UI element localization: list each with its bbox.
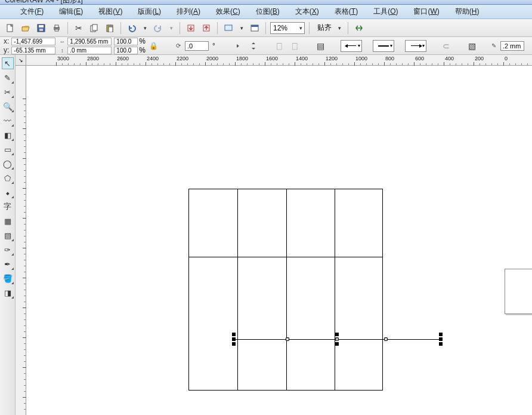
outline-width-input[interactable]: .2 mm	[500, 41, 524, 51]
drawing-canvas[interactable]: ○ × ○	[26, 66, 532, 415]
pick-tool[interactable]: ↖	[2, 57, 14, 69]
lock-ratio-button[interactable]: 🔒	[148, 41, 159, 51]
auto-close-button[interactable]: ⊂	[440, 39, 453, 53]
basicshapes-tool[interactable]: ⬥	[2, 186, 14, 198]
outline-tool[interactable]: ✒	[2, 258, 14, 270]
menu-b[interactable]: 位图(B)	[253, 5, 282, 18]
export-button[interactable]	[200, 21, 213, 35]
menu-l[interactable]: 版面(L)	[135, 5, 163, 18]
interactivefill-tool[interactable]: ◨	[2, 287, 14, 299]
y-position-input[interactable]: -65.135 mm	[11, 47, 55, 54]
selection-handle[interactable]	[439, 333, 443, 336]
copy-button[interactable]	[88, 21, 101, 35]
text-tool[interactable]: 字	[2, 201, 14, 213]
behind-fill-button[interactable]: ▧	[466, 39, 479, 53]
zoom-combo[interactable]: 12%	[270, 22, 305, 34]
x-position-input[interactable]: -1,457.699 mm	[11, 38, 55, 45]
paste-button[interactable]	[103, 21, 116, 35]
menu-w[interactable]: 窗口(W)	[411, 5, 441, 18]
ruler-tick: 200	[16, 278, 26, 278]
ruler-tick: 600	[16, 397, 26, 398]
import-button[interactable]	[184, 21, 197, 35]
wrap-text-button[interactable]: ▤	[314, 39, 327, 53]
menu-e[interactable]: 编辑(E)	[57, 5, 85, 18]
ruler-tick: 200	[16, 337, 26, 338]
menubar: 文件(F)编辑(E)视图(V)版面(L)排列(A)效果(C)位图(B)文本(X)…	[0, 5, 532, 19]
menu-v[interactable]: 视图(V)	[96, 5, 125, 18]
selection-midpoint[interactable]: ○	[384, 337, 388, 341]
undo-button[interactable]	[125, 21, 138, 35]
eyedropper-tool[interactable]: ✑	[2, 244, 14, 256]
table-tool[interactable]: ▦	[2, 215, 14, 227]
selection-handle[interactable]	[335, 342, 339, 346]
toolbox: ↖✎✂🔍〰◧▭◯⬠⬥字▦▧✑✒🪣◨	[0, 55, 16, 415]
menu-a[interactable]: 排列(A)	[174, 5, 203, 18]
selection-handle[interactable]	[232, 337, 236, 341]
snap-dropdown[interactable]: ▾	[335, 21, 344, 35]
cut-button[interactable]: ✂	[72, 21, 85, 35]
rotate-icon: ⟳	[174, 42, 183, 50]
grid-line	[335, 189, 335, 390]
crop-tool[interactable]: ✂	[2, 86, 14, 98]
menu-t[interactable]: 表格(T)	[332, 5, 360, 18]
height-input[interactable]: .0 mm	[67, 47, 112, 54]
end-arrow-dropdown[interactable]	[405, 40, 426, 52]
zoom-tool[interactable]: 🔍	[2, 100, 14, 112]
svg-rect-5	[55, 25, 58, 27]
ruler-origin[interactable]: ↘	[16, 55, 26, 66]
selection-handle[interactable]	[335, 333, 339, 336]
menu-h[interactable]: 帮助(H)	[453, 5, 482, 18]
ungroup-all-button[interactable]: ⎕	[288, 39, 301, 53]
app-launcher-dropdown[interactable]: ▾	[237, 21, 246, 35]
selection-midpoint[interactable]: ○	[286, 337, 289, 341]
ungroup-button[interactable]: ⎕	[273, 39, 286, 53]
menu-f[interactable]: 文件(F)	[18, 5, 46, 18]
selection-handle[interactable]	[439, 342, 443, 346]
selection-center[interactable]: ×	[335, 337, 339, 341]
freehand-tool[interactable]: 〰	[2, 115, 14, 127]
scale-x-input[interactable]: 100.0	[114, 38, 138, 45]
ruler-tick: 800	[16, 188, 26, 189]
width-input[interactable]: 1,290.565 mm	[67, 38, 112, 45]
options-button[interactable]	[352, 21, 366, 35]
smartfill-tool[interactable]: ◧	[2, 129, 14, 141]
scale-y-input[interactable]: 100.0	[114, 47, 138, 54]
ruler-tick: 2200	[175, 55, 176, 66]
ruler-tick: 1200	[324, 55, 325, 66]
start-arrow-dropdown[interactable]	[341, 40, 362, 52]
mirror-v-button[interactable]	[246, 39, 259, 53]
app-launcher-button[interactable]	[222, 21, 235, 35]
window-title: CorelDRAW X4 - [图形1]	[5, 0, 83, 4]
svg-rect-2	[39, 25, 44, 27]
save-button[interactable]	[35, 21, 48, 35]
canvas-area[interactable]: ↘ 30002800260024002200200018001600140012…	[16, 55, 532, 415]
ruler-horizontal[interactable]: 3000280026002400220020001800160014001200…	[26, 55, 532, 66]
menu-x[interactable]: 文本(X)	[293, 5, 321, 18]
table-object[interactable]	[188, 189, 383, 391]
mirror-h-button[interactable]	[231, 39, 244, 53]
shape-tool[interactable]: ✎	[2, 72, 14, 84]
selection-handle[interactable]	[232, 342, 236, 346]
redo-button[interactable]	[151, 21, 165, 35]
welcome-screen-button[interactable]	[248, 21, 261, 35]
fill-tool[interactable]: 🪣	[2, 272, 14, 284]
redo-history-dropdown[interactable]: ▾	[167, 21, 175, 35]
open-button[interactable]	[19, 21, 32, 35]
rotation-input[interactable]: .0	[185, 41, 209, 51]
svg-rect-10	[108, 24, 112, 26]
selection-handle[interactable]	[232, 333, 236, 336]
undo-history-dropdown[interactable]: ▾	[141, 21, 149, 35]
menu-c[interactable]: 效果(C)	[214, 5, 243, 18]
polygon-tool[interactable]: ⬠	[2, 172, 14, 184]
separator	[180, 22, 180, 34]
snap-label: 贴齐	[314, 23, 333, 33]
line-style-dropdown[interactable]	[373, 40, 394, 52]
rectangle-tool[interactable]: ▭	[2, 143, 14, 155]
menu-o[interactable]: 工具(O)	[371, 5, 400, 18]
new-button[interactable]	[4, 21, 17, 35]
ruler-vertical[interactable]: 1400120010008006004002000200400600	[16, 66, 26, 415]
print-button[interactable]	[50, 21, 63, 35]
ellipse-tool[interactable]: ◯	[2, 158, 14, 170]
interactive-tool[interactable]: ▧	[2, 229, 14, 241]
selection-handle[interactable]	[439, 337, 443, 341]
